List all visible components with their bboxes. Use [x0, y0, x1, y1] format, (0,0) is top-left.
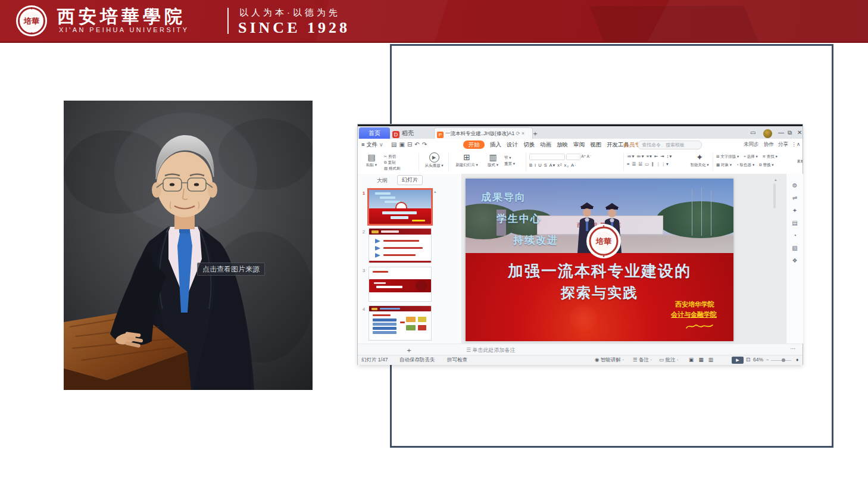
layout-label: 版式 ▾ [484, 162, 502, 167]
slide-motto-1: 成果导向 [481, 191, 526, 204]
notes-bar: ＋ ☰ 单击此处添加备注 ⋯ [358, 344, 803, 355]
autosave-status[interactable]: 自动保存防丢失 [399, 355, 435, 364]
slide-1-thumbnail[interactable] [369, 189, 432, 224]
side-tool-icon-5[interactable]: ◔ [786, 232, 803, 239]
paste-button[interactable]: ▤ 粘贴 ▾ [361, 152, 382, 167]
notes-more-icon[interactable]: ⋯ [790, 345, 796, 352]
slide-editing-canvas[interactable]: 西安培華學院 [466, 179, 733, 341]
font-grow-shrink[interactable]: A⁺ A⁻ [581, 154, 591, 158]
watermark-circle [570, 304, 597, 332]
page: 培華 西安培華學院 XI'AN PEIHUA UNIVERSITY 以人为本·以… [0, 0, 868, 487]
zoom-slider-handle[interactable] [782, 358, 785, 362]
play-from-start-button[interactable]: ▶ 从头播放 ▾ [421, 152, 447, 168]
play-icon: ▶ [429, 152, 439, 163]
restore-button[interactable]: ⧉ [788, 129, 792, 136]
slide-panel: 大纲 幻灯片 ▴ 1 2 [358, 174, 462, 344]
outline-tab[interactable]: 大纲 [377, 177, 388, 185]
copy-button[interactable]: ⧉ 复制 [384, 160, 400, 166]
chevron-down-icon: ∨ [379, 141, 383, 148]
ribbon-tab-design[interactable]: 设计 [507, 139, 518, 150]
file-menu[interactable]: ≡ 文件 ∨ [361, 139, 383, 150]
color-picker-button[interactable]: ◔ 取色器 ▾ [736, 163, 754, 167]
close-button[interactable]: ✕ [797, 129, 802, 136]
slide-3-number: 3 [361, 268, 367, 273]
side-tool-icon-2[interactable]: ⇌ [786, 195, 803, 201]
zoom-slider[interactable] [771, 360, 791, 361]
user-avatar[interactable] [763, 129, 772, 138]
font-family-select[interactable] [529, 154, 565, 160]
quick-access-toolbar[interactable]: ▤▣⊟↶↷ [391, 139, 429, 150]
notes-toggle[interactable]: ☰ 备注 · [633, 355, 652, 364]
cut-button[interactable]: ✂ 剪切 [384, 154, 400, 160]
ribbon-tab-animation[interactable]: 动画 [540, 139, 551, 150]
ribbon-tab-slideshow[interactable]: 放映 [557, 139, 568, 150]
new-tab-button[interactable]: ＋ [532, 129, 539, 139]
image-source-tooltip[interactable]: 点击查看图片来源 [197, 263, 265, 276]
arrange-group: ⊞ 文字排版 ▾ ⌖ 选择 ▾ ≋ 查找 ▾ ▦ 对象 ▾ ◔ 取色器 ▾ ⧉ … [716, 154, 778, 168]
slide-4-thumbnail[interactable] [369, 305, 432, 341]
docer-icon: D [392, 131, 399, 138]
canvas-scroll-up-icon[interactable]: ▴ [775, 177, 777, 182]
ribbon-tab-start[interactable]: 开始 [463, 141, 485, 149]
font-size-select[interactable] [566, 154, 580, 160]
ribbon-tab-view[interactable]: 视图 [590, 139, 601, 150]
side-tool-icon-3[interactable]: ✦ [786, 207, 803, 214]
fit-icon[interactable]: ⊡ [746, 355, 750, 364]
smart-beautify-button[interactable]: ✦ 智能美化 ▾ [689, 152, 710, 167]
notes-placeholder[interactable]: ☰ 单击此处添加备注 [466, 346, 516, 354]
view-mode-buttons[interactable]: ▣ ▦ ▥ [689, 355, 715, 364]
spellcheck-status[interactable]: 拼写检查 [447, 355, 467, 364]
command-search-input[interactable]: 查找命令、搜索模板 [638, 141, 702, 149]
select-button[interactable]: ⌖ 选择 ▾ [744, 154, 758, 158]
more-menu-icon[interactable]: ⋮ [791, 139, 797, 150]
section-button[interactable]: 节 ▾ [504, 155, 515, 161]
canvas-scrollbar[interactable] [773, 183, 776, 208]
comments-toggle[interactable]: ▭ 批注 · [659, 355, 679, 364]
smart-narration-button[interactable]: ◉ 智能讲解 · [595, 355, 624, 364]
panel-scroll-up-icon[interactable]: ▴ [434, 189, 436, 194]
side-tool-icon-4[interactable]: ▤ [786, 220, 803, 226]
slide-3-thumbnail[interactable] [369, 267, 432, 302]
share-button[interactable]: 分享 [778, 139, 788, 150]
slide-org-line1: 西安培华学院 [675, 300, 714, 309]
zoom-level[interactable]: 64% [753, 355, 763, 364]
fit-window-button[interactable]: ♦ [796, 355, 798, 364]
collaborate-button[interactable]: 协作 [764, 139, 774, 150]
ribbon-tab-transition[interactable]: 切换 [523, 139, 535, 150]
add-slide-button[interactable]: ＋ [405, 345, 413, 355]
sync-status[interactable]: 未同步 [744, 139, 759, 150]
slides-tab[interactable]: 幻灯片 [397, 175, 423, 185]
tab-home[interactable]: 首页 [359, 127, 390, 139]
paragraph-buttons-row2[interactable]: ≡ ☰ ☱ ▭ ∥ ⋮⋮▾ [627, 161, 672, 167]
slideshow-play-button[interactable]: ▶ [732, 357, 744, 364]
slide-org-line2: 会计与金融学院 [671, 310, 717, 319]
slide-motto-2: 学生中心 [497, 212, 542, 226]
tab-docer[interactable]: D稻壳 [392, 127, 432, 139]
replace-button[interactable]: ⧉ 替换 ▾ [759, 163, 774, 167]
tab-close-icon[interactable]: × [522, 130, 524, 136]
tab-layout-icon[interactable]: ▭ [750, 129, 755, 136]
side-tool-icon-6[interactable]: ▧ [786, 245, 803, 251]
new-slide-button[interactable]: ⊞ 新建幻灯片 ▾ [451, 152, 483, 167]
collapse-ribbon-icon[interactable]: ∧ [797, 139, 800, 150]
side-tool-icon-7[interactable]: ❖ [786, 257, 803, 264]
object-button[interactable]: ▦ 对象 ▾ [716, 163, 732, 167]
overflow-group[interactable]: 素材 [795, 152, 803, 164]
paragraph-buttons-row1[interactable]: ≔▾ ≕▾ ≡▾ ⇤ ⇥ ↕▾ [627, 154, 672, 159]
minimize-button[interactable]: — [778, 129, 784, 136]
layout-button[interactable]: ▥ 版式 ▾ [484, 152, 502, 167]
slide-2-thumbnail[interactable] [369, 228, 432, 263]
ribbon-tab-insert[interactable]: 插入 [490, 139, 501, 150]
format-painter-button[interactable]: ▨ 格式刷 [384, 166, 400, 171]
zoom-out-button[interactable]: － [765, 355, 770, 364]
tab-docer-label: 稻壳 [402, 130, 414, 136]
side-tool-icon-1[interactable]: ⚙ [786, 182, 803, 189]
reset-button[interactable]: 重置 ▾ [504, 161, 515, 167]
ribbon-tab-review[interactable]: 审阅 [573, 139, 585, 150]
font-style-buttons[interactable]: B I U S A▾ x² x₂ A· [529, 163, 591, 168]
text-layout-button[interactable]: ⊞ 文字排版 ▾ [716, 154, 739, 158]
tab-document[interactable]: P一流本科专业建..JH版(修改)A1 ⟳ × [434, 127, 533, 139]
sync-icon[interactable]: ⟳ [516, 130, 520, 136]
find-button[interactable]: ≋ 查找 ▾ [763, 154, 778, 158]
portrait-photo[interactable]: 点击查看图片来源 [64, 101, 313, 390]
